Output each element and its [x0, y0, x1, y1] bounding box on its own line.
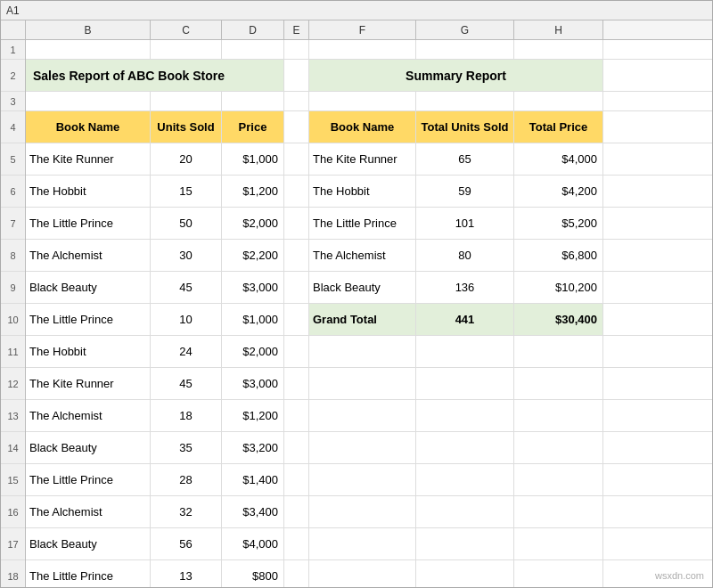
- col-header-h: H: [514, 20, 603, 39]
- main-row6-units: 15: [151, 176, 222, 207]
- row-num-8: 8: [1, 240, 25, 272]
- main-header-book: Book Name: [26, 111, 151, 143]
- summary-header-units-label: Total Units Sold: [422, 120, 509, 134]
- main-header-book-label: Book Name: [56, 120, 120, 134]
- main-row10-book: The Little Prince: [26, 304, 151, 335]
- main-row15-units: 28: [151, 464, 222, 495]
- main-row9-units: 45: [151, 272, 222, 303]
- main-row13-units: 18: [151, 400, 222, 431]
- summary-row5-units: 65: [416, 143, 514, 175]
- cell-g13: [416, 400, 514, 431]
- cell-f16: [309, 496, 416, 527]
- summary-row6-units: 59: [416, 176, 514, 207]
- cell-e13: [284, 400, 309, 431]
- cell-e4: [284, 111, 309, 143]
- summary-row6-price: $4,200: [514, 176, 603, 207]
- main-row11-price: $2,000: [222, 336, 284, 367]
- cell-g1: [416, 40, 514, 59]
- main-row8-price: $2,200: [222, 240, 284, 271]
- main-row6-book: The Hobbit: [26, 176, 151, 207]
- cell-g18: [416, 560, 514, 587]
- cell-e14: [284, 432, 309, 463]
- summary-row9-price: $10,200: [514, 272, 603, 303]
- cell-d1: [222, 40, 284, 59]
- cell-e10: [284, 304, 309, 335]
- summary-row8-price: $6,800: [514, 240, 603, 271]
- row-num-5: 5: [1, 143, 25, 176]
- main-row16-book: The Alchemist: [26, 496, 151, 527]
- column-headers: B C D E F G H: [1, 20, 712, 40]
- cell-f18: [309, 560, 416, 587]
- cell-f12: [309, 368, 416, 399]
- summary-row8-units: 80: [416, 240, 514, 271]
- cell-h17: [514, 528, 603, 559]
- cell-f15: [309, 464, 416, 495]
- cell-g16: [416, 496, 514, 527]
- cell-b1: [26, 40, 151, 59]
- row-3: [26, 92, 712, 111]
- main-row18-units: 13: [151, 560, 222, 587]
- cell-e6: [284, 176, 309, 207]
- col-header-g: G: [416, 20, 514, 39]
- main-row9-price: $3,000: [222, 272, 284, 303]
- cell-e8: [284, 240, 309, 271]
- cell-g11: [416, 336, 514, 367]
- row-2: Sales Report of ABC Book Store Summary R…: [26, 60, 712, 92]
- row-num-7: 7: [1, 208, 25, 240]
- row-15: The Little Prince 28 $1,400: [26, 464, 712, 496]
- main-row16-units: 32: [151, 496, 222, 527]
- row-16: The Alchemist 32 $3,400: [26, 496, 712, 528]
- row-num-2: 2: [1, 60, 25, 92]
- grand-total-label: Grand Total: [309, 304, 416, 335]
- col-header-c: C: [151, 20, 222, 39]
- row-num-6: 6: [1, 176, 25, 208]
- grand-total-units: 441: [416, 304, 514, 335]
- formula-bar: A1: [1, 1, 712, 20]
- main-row18-price: $800: [222, 560, 284, 587]
- main-row10-price: $1,000: [222, 304, 284, 335]
- spreadsheet: A1 B C D E F G H 1 2 3 4 5 6 7 8 9 10 11…: [0, 0, 713, 588]
- row-9: Black Beauty 45 $3,000 Black Beauty 136 …: [26, 272, 712, 304]
- summary-row8-book: The Alchemist: [309, 240, 416, 271]
- main-row6-price: $1,200: [222, 176, 284, 207]
- row-num-9: 9: [1, 272, 25, 304]
- row-num-16: 16: [1, 496, 25, 528]
- cell-e1: [284, 40, 309, 59]
- summary-header-price-label: Total Price: [529, 120, 588, 134]
- main-row10-units: 10: [151, 304, 222, 335]
- main-row14-units: 35: [151, 432, 222, 463]
- cell-d3: [222, 92, 284, 110]
- row-12: The Kite Runner 45 $3,000: [26, 368, 712, 400]
- row-num-13: 13: [1, 400, 25, 432]
- row-num-14: 14: [1, 432, 25, 464]
- cell-h11: [514, 336, 603, 367]
- main-title-text: Sales Report of ABC Book Store: [33, 69, 225, 83]
- cell-f3: [309, 92, 416, 110]
- row-num-10: 10: [1, 304, 25, 336]
- row-numbers: 1 2 3 4 5 6 7 8 9 10 11 12 13 14 15 16 1…: [1, 40, 26, 587]
- col-header-e: E: [284, 20, 309, 39]
- col-header-d: D: [222, 20, 284, 39]
- main-row12-units: 45: [151, 368, 222, 399]
- cell-e16: [284, 496, 309, 527]
- row-num-18: 18: [1, 560, 25, 587]
- row-num-17: 17: [1, 528, 25, 560]
- corner-cell: [1, 20, 26, 39]
- cell-c3: [151, 92, 222, 110]
- cell-e15: [284, 464, 309, 495]
- main-row15-price: $1,400: [222, 464, 284, 495]
- cell-b3: [26, 92, 151, 110]
- main-row7-price: $2,000: [222, 208, 284, 239]
- summary-row5-book: The Kite Runner: [309, 143, 416, 175]
- row-num-4: 4: [1, 111, 25, 143]
- summary-row9-book: Black Beauty: [309, 272, 416, 303]
- row-11: The Hobbit 24 $2,000: [26, 336, 712, 368]
- main-row11-book: The Hobbit: [26, 336, 151, 367]
- cell-h16: [514, 496, 603, 527]
- main-title: Sales Report of ABC Book Store: [26, 60, 284, 91]
- summary-row7-price: $5,200: [514, 208, 603, 239]
- cell-f11: [309, 336, 416, 367]
- main-row14-book: Black Beauty: [26, 432, 151, 463]
- main-row15-book: The Little Prince: [26, 464, 151, 495]
- row-num-3: 3: [1, 92, 25, 111]
